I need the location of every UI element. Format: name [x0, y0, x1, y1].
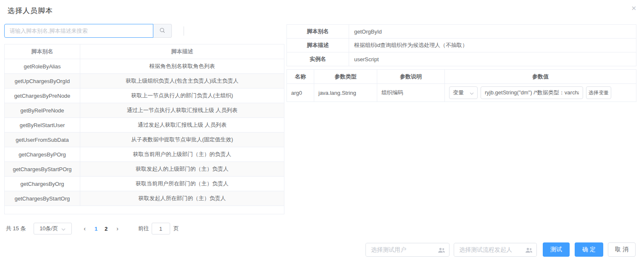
script-alias-cell: getRoleByAlias: [5, 59, 80, 74]
detail-value: 根据组织id查询组织作为候选处理人（不抽取）: [349, 39, 636, 52]
script-desc-cell: 获取上级组织负责人(包含主负责人)或主负责人: [80, 74, 284, 89]
search-icon: [159, 27, 166, 35]
table-row[interactable]: getChargesByStartPOrg获取发起人的上级部门的（主）负责人: [5, 162, 284, 177]
script-table-body: getRoleByAlias根据角色别名获取角色列表getUpChargesBy…: [5, 59, 284, 214]
column-header-name: 名称: [287, 70, 314, 84]
close-icon[interactable]: ✕: [631, 5, 636, 11]
search-input[interactable]: [4, 24, 153, 38]
script-alias-cell: getByRelPreNode: [5, 103, 80, 118]
table-row[interactable]: getRoleByAlias根据角色别名获取角色列表: [5, 59, 284, 74]
script-list-table: 脚本别名 脚本描述 getRoleByAlias根据角色别名获取角色列表getU…: [4, 44, 284, 214]
select-personnel-script-dialog: 选择人员脚本 ✕ 脚本别名 脚本描述 getRoleByAlias根据角色别名获…: [0, 0, 644, 263]
next-page-button[interactable]: ›: [111, 225, 124, 232]
script-desc-cell: 获取发起人的上级部门的（主）负责人: [80, 162, 284, 177]
people-icon: [438, 247, 445, 255]
people-icon: [525, 247, 533, 255]
test-initiator-picker[interactable]: [454, 243, 537, 257]
table-row[interactable]: getChargesByOrg获取当前用户所在部门的（主）负责人: [5, 177, 284, 191]
prev-page-button[interactable]: ‹: [79, 225, 91, 232]
footer-actions: 测试 确 定 取 消: [365, 242, 636, 257]
script-desc-cell: 获取上一节点执行人的部门负责人(主组织): [80, 89, 284, 103]
param-type-cell: java.lang.String: [314, 84, 377, 102]
table-row[interactable]: getChargesByPOrg获取当前用户的上级部门（主）的负责人: [5, 147, 284, 162]
column-header-alias: 脚本别名: [5, 44, 80, 59]
divider: [184, 26, 184, 36]
script-alias-cell: getUpChargesByOrgId: [5, 74, 80, 89]
detail-label: 实例名: [287, 52, 349, 66]
detail-row-alias: 脚本别名 getOrgById: [287, 25, 636, 39]
detail-label: 脚本别名: [287, 25, 349, 39]
script-desc-cell: 获取当前用户的上级部门（主）的负责人: [80, 147, 284, 162]
pagination: 共 15 条 10条/页 ‹ 1 2 › 前往 页: [6, 223, 179, 234]
param-value-cell: 变量 选择变量: [449, 86, 636, 99]
detail-value: userScript: [349, 52, 636, 66]
page-button-2[interactable]: 2: [101, 226, 111, 232]
column-header-description: 脚本描述: [80, 44, 284, 59]
chevron-down-icon: [470, 90, 474, 96]
detail-row-description: 脚本描述 根据组织id查询组织作为候选处理人（不抽取）: [287, 39, 636, 52]
column-header-desc: 参数说明: [377, 70, 445, 84]
param-value-input[interactable]: [481, 86, 583, 99]
search-bar: [4, 24, 184, 38]
page-size-value: 10条/页: [39, 225, 58, 232]
param-value-mode-select[interactable]: 变量: [449, 86, 478, 99]
table-row[interactable]: getByRelStartUser通过发起人获取汇报线上级 人员列表: [5, 118, 284, 133]
empty-row: [5, 206, 284, 214]
page-size-select[interactable]: 10条/页: [34, 223, 72, 234]
script-desc-cell: 根据角色别名获取角色列表: [80, 59, 284, 74]
column-header-type: 参数类型: [314, 70, 377, 84]
page-title: 选择人员脚本: [8, 6, 53, 16]
script-alias-cell: getChargesByStartOrg: [5, 191, 80, 206]
goto-page-input[interactable]: [152, 223, 170, 234]
cancel-button[interactable]: 取 消: [608, 242, 636, 257]
table-row[interactable]: getChargesByPreNode获取上一节点执行人的部门负责人(主组织): [5, 89, 284, 103]
script-desc-cell: 从子表数据中提取节点审批人(固定值生效): [80, 133, 284, 147]
table-row[interactable]: getUpChargesByOrgId获取上级组织负责人(包含主负责人)或主负责…: [5, 74, 284, 89]
goto-label: 前往: [138, 225, 149, 232]
param-value-mode: 变量: [453, 89, 464, 96]
test-user-picker[interactable]: [365, 243, 449, 257]
param-desc-cell: 组织编码: [377, 84, 445, 102]
page-button-1[interactable]: 1: [91, 226, 101, 232]
script-alias-cell: getChargesByPreNode: [5, 89, 80, 103]
param-row: arg0 java.lang.String 组织编码 变量 选择变量: [287, 84, 636, 102]
confirm-button[interactable]: 确 定: [575, 242, 603, 257]
script-desc-cell: 通过发起人获取汇报线上级 人员列表: [80, 118, 284, 133]
goto-suffix-label: 页: [173, 225, 179, 232]
script-desc-cell: 通过上一节点执行人获取汇报线上级 人员列表: [80, 103, 284, 118]
script-alias-cell: getChargesByPOrg: [5, 147, 80, 162]
table-row[interactable]: getUserFromSubData从子表数据中提取节点审批人(固定值生效): [5, 133, 284, 147]
chevron-down-icon: [61, 226, 66, 232]
select-variable-button[interactable]: 选择变量: [586, 86, 611, 99]
table-row[interactable]: getByRelPreNode通过上一节点执行人获取汇报线上级 人员列表: [5, 103, 284, 118]
total-count-label: 共 15 条: [6, 225, 26, 232]
script-desc-cell: 获取发起人所在部门的（主）负责人: [80, 191, 284, 206]
script-alias-cell: getChargesByStartPOrg: [5, 162, 80, 177]
column-header-value: 参数值: [445, 70, 636, 84]
detail-row-instance: 实例名 userScript: [287, 52, 636, 66]
script-alias-cell: getChargesByOrg: [5, 177, 80, 191]
test-button[interactable]: 测试: [543, 242, 570, 257]
param-header-row: 名称 参数类型 参数说明 参数值: [287, 70, 636, 84]
script-alias-cell: getByRelStartUser: [5, 118, 80, 133]
table-row[interactable]: getChargesByStartOrg获取发起人所在部门的（主）负责人: [5, 191, 284, 206]
script-detail-table: 脚本别名 getOrgById 脚本描述 根据组织id查询组织作为候选处理人（不…: [287, 24, 636, 66]
script-desc-cell: 获取当前用户所在部门的（主）负责人: [80, 177, 284, 191]
test-initiator-input[interactable]: [454, 243, 536, 256]
script-alias-cell: getUserFromSubData: [5, 133, 80, 147]
detail-value: getOrgById: [349, 25, 636, 39]
test-user-input[interactable]: [366, 243, 449, 256]
table-header-row: 脚本别名 脚本描述: [5, 44, 284, 59]
param-name-cell: arg0: [287, 84, 314, 102]
search-button[interactable]: [153, 24, 172, 38]
parameters-table: 名称 参数类型 参数说明 参数值 arg0 java.lang.String 组…: [287, 69, 636, 102]
detail-label: 脚本描述: [287, 39, 349, 52]
